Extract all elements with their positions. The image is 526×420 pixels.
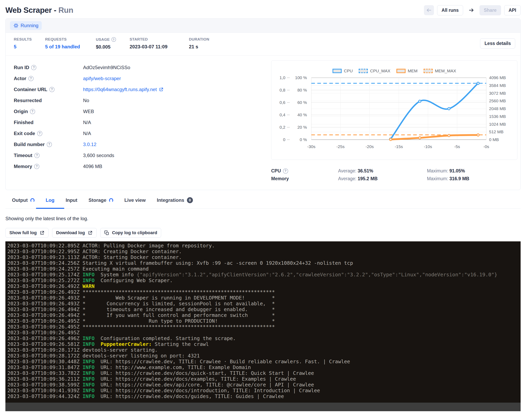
next-run-button[interactable] xyxy=(466,5,476,15)
stat-value: 2023-03-07 11:09 xyxy=(130,44,189,50)
log-note: Showing only the latest lines of the log… xyxy=(5,216,521,221)
log-line: 2023-03-07T10:09:23.113Z ACTOR: Starting… xyxy=(7,254,521,260)
tab-input[interactable]: Input xyxy=(65,195,78,208)
tab-label: Integrations xyxy=(157,197,184,203)
show-full-log-button[interactable]: Show full log xyxy=(5,228,49,237)
legend-item-cpu_max[interactable]: CPU_MAX xyxy=(359,69,390,73)
legend-item-mem_max[interactable]: MEM_MAX xyxy=(424,69,456,73)
detail-value-link[interactable]: https://0q64wnacgyft.runs.apify.net xyxy=(83,87,157,92)
log-line: 2023-03-07T10:09:25.174Z INFO System inf… xyxy=(7,272,521,277)
copy-log-button[interactable]: Copy log to clipboard xyxy=(100,228,161,237)
log-line: 2023-03-07T10:09:22.995Z ACTOR: Creating… xyxy=(7,249,521,254)
page-title-actor: Web Scraper - xyxy=(5,6,56,14)
legend-label: MEM_MAX xyxy=(435,69,456,73)
topbar: Web Scraper - Run All runs Share API xyxy=(5,0,521,16)
help-icon[interactable]: ? xyxy=(34,153,40,158)
detail-value: AdOz5evimh9NCiSSo xyxy=(83,65,130,70)
log-line: 2023-03-07T10:09:26.495Z xyxy=(7,330,521,336)
download-log-label: Download log xyxy=(56,230,85,235)
log-line: 2023-03-07T10:09:26.493Z * Concurrency i… xyxy=(7,301,521,307)
tab-storage[interactable]: Storage xyxy=(88,195,113,208)
tab-count-badge: 0 xyxy=(187,197,193,203)
api-button[interactable]: API xyxy=(504,5,521,15)
detail-row: FinishedN/A xyxy=(14,117,271,128)
legend-item-mem[interactable]: MEM xyxy=(396,69,418,73)
stat-value[interactable]: 5 of 19 handled xyxy=(45,44,96,50)
log-line: 2023-03-07T10:09:26.492Z WARN xyxy=(7,283,521,289)
details-area: Run ID?AdOz5evimh9NCiSSoActor?apify/web-… xyxy=(6,56,520,190)
detail-label: Origin? xyxy=(14,109,83,114)
share-button[interactable]: Share xyxy=(479,5,501,15)
svg-text:-5s: -5s xyxy=(454,144,460,149)
stat-results: RESULTS 5 xyxy=(14,37,45,50)
log-line: 2023-03-07T10:09:30.448Z INFO URL: https… xyxy=(7,359,521,364)
arrow-left-icon xyxy=(426,7,432,13)
svg-text:2560 MB: 2560 MB xyxy=(489,99,506,103)
detail-row: Actor?apify/web-scraper xyxy=(14,73,271,84)
help-icon[interactable]: ? xyxy=(31,65,36,70)
page-title: Web Scraper - Run xyxy=(5,6,73,15)
all-runs-button[interactable]: All runs xyxy=(437,5,463,15)
stats-row: RESULTS 5 REQUESTS 5 of 19 handled USAGE… xyxy=(6,33,520,56)
legend-item-cpu[interactable]: CPU xyxy=(333,69,353,73)
svg-text:1,0: 1,0 xyxy=(280,76,285,80)
loading-spinner-icon xyxy=(109,198,113,202)
help-icon[interactable]: ? xyxy=(111,37,116,42)
stat-value[interactable]: 5 xyxy=(14,44,45,50)
stat-label: DURATION xyxy=(189,37,209,41)
log-line: 2023-03-07T10:09:26.494Z * If you want f… xyxy=(7,312,521,318)
external-link-icon[interactable] xyxy=(159,87,163,92)
svg-text:4096 MB: 4096 MB xyxy=(489,76,506,80)
detail-value: N/A xyxy=(83,131,91,136)
svg-text:0,8: 0,8 xyxy=(280,88,285,92)
stat-usage: USAGE? $0.005 xyxy=(96,37,130,50)
detail-label: Memory? xyxy=(14,164,83,169)
help-icon[interactable]: ? xyxy=(30,109,35,114)
tab-integrations[interactable]: Integrations0 xyxy=(156,195,193,208)
detail-value-link[interactable]: 3.0.12 xyxy=(83,142,96,147)
page: Web Scraper - Run All runs Share API xyxy=(0,0,526,420)
detail-row: Build number?3.0.12 xyxy=(14,139,271,150)
help-icon[interactable]: ? xyxy=(49,87,54,92)
svg-text:2048 MB: 2048 MB xyxy=(489,106,506,111)
detail-value-link[interactable]: apify/web-scraper xyxy=(83,76,121,81)
legend-label: CPU_MAX xyxy=(370,69,390,73)
svg-text:20 %: 20 % xyxy=(297,125,307,130)
svg-text:0 MB: 0 MB xyxy=(489,137,499,142)
chart-side: CPUCPU_MAXMEMMEM_MAX 1,00,80,60,40,20100… xyxy=(271,60,517,183)
help-icon[interactable]: ? xyxy=(47,142,52,147)
tab-output[interactable]: Output xyxy=(11,195,35,208)
stat-value: $0.005 xyxy=(96,44,130,50)
detail-row: Memory?4096 MB xyxy=(14,161,271,172)
download-log-button[interactable]: Download log xyxy=(52,228,97,237)
svg-text:0 %: 0 % xyxy=(300,137,307,142)
less-details-button[interactable]: Less details xyxy=(480,38,515,49)
legend-swatch xyxy=(333,69,342,73)
help-icon[interactable]: ? xyxy=(34,164,39,169)
detail-value: WEB xyxy=(83,109,94,114)
external-link-icon xyxy=(40,230,45,235)
log-line: 2023-03-07T10:09:31.847Z INFO URL: http:… xyxy=(7,364,521,370)
memory-maximum: Maximum: 316.9 MB xyxy=(427,176,517,181)
page-title-run: Run xyxy=(58,6,73,14)
svg-text:-10s: -10s xyxy=(424,144,432,149)
tab-live-view[interactable]: Live view xyxy=(124,195,146,208)
help-icon[interactable]: ? xyxy=(28,76,34,81)
legend-label: CPU xyxy=(344,69,353,73)
log-line: 2023-03-07T10:09:28.171Z devtools-server… xyxy=(7,347,521,353)
help-icon[interactable]: ? xyxy=(37,131,42,136)
loading-spinner-icon xyxy=(30,198,35,202)
svg-text:-20s: -20s xyxy=(366,144,374,149)
tab-log[interactable]: Log xyxy=(45,195,55,208)
terminal-scrollbar[interactable] xyxy=(5,403,521,411)
previous-run-button[interactable] xyxy=(424,5,434,15)
help-icon[interactable]: ? xyxy=(283,168,288,174)
stat-requests: REQUESTS 5 of 19 handled xyxy=(45,37,96,50)
arrow-right-icon xyxy=(468,7,474,13)
detail-value: apify/web-scraper xyxy=(83,76,121,81)
run-card: Running RESULTS 5 REQUESTS 5 of 19 handl… xyxy=(5,18,521,190)
cpu-stats-row: CPU? Average: 36.51% Maximum: 91.05% xyxy=(271,167,517,175)
svg-text:100 %: 100 % xyxy=(295,76,307,80)
copy-icon xyxy=(104,230,109,235)
run-details-list: Run ID?AdOz5evimh9NCiSSoActor?apify/web-… xyxy=(14,60,271,183)
